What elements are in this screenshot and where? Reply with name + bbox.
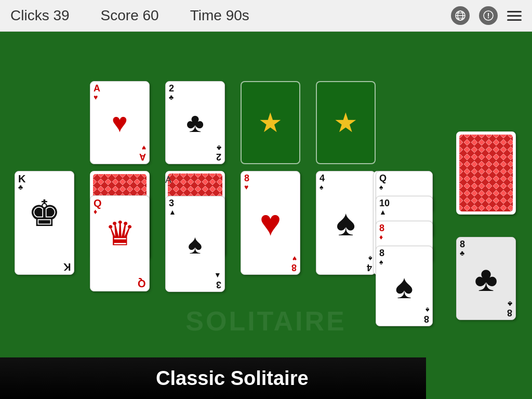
header: Clicks 39 Score 60 Time 90s ! [0,0,532,32]
foundation-empty-4[interactable]: ★ [316,81,376,164]
tableau-col5-4spades[interactable]: 4 ♠ ♠ ♠ 4 [316,171,376,275]
svg-rect-10 [459,134,513,212]
stats-group: Clicks 39 Score 60 Time 90s [10,7,249,24]
tableau-col2-queen[interactable]: Q ♦ ♛ Q [90,195,150,291]
game-area[interactable]: SOLITAIRE A ♥ ♥ ♥ A 2 ♣ ♣ ♣ 2 ★ ★ [0,32,532,399]
tableau-col1-king[interactable]: K ♣ ♚ K [15,171,74,275]
clicks-stat: Clicks 39 [10,7,70,24]
watermark: SOLITAIRE [185,305,346,337]
foundation-empty-3[interactable]: ★ [241,81,300,164]
alert-icon[interactable]: ! [479,6,498,25]
stock-pile[interactable] [456,131,516,215]
globe-icon[interactable] [451,6,470,25]
foundation-card-2[interactable]: 2 ♣ ♣ ♣ 2 [165,81,225,164]
game-title: Classic Solitaire [156,367,309,390]
menu-icon[interactable] [507,11,522,21]
foundation-card-1[interactable]: A ♥ ♥ ♥ A [90,81,150,164]
tableau-col3-3spades[interactable]: 3 ▲ ♠ ▲ 3 [165,196,225,292]
svg-text:!: ! [487,11,490,20]
tableau-col7-8spades[interactable]: 8 ♠ ♠ ♠ 8 [376,246,433,326]
header-icons: ! [451,6,522,25]
foundation-star-3: ★ [258,107,283,138]
tableau-col4-8hearts[interactable]: 8 ♥ ♥ ♥ 8 [241,171,300,275]
score-stat: Score 60 [101,7,159,24]
waste-card[interactable]: 8 ♣ ♣ ♣ 8 [456,237,516,320]
foundation-star-4: ★ [334,107,358,138]
bottom-banner: Classic Solitaire [0,357,426,399]
time-stat: Time 90s [190,7,249,24]
